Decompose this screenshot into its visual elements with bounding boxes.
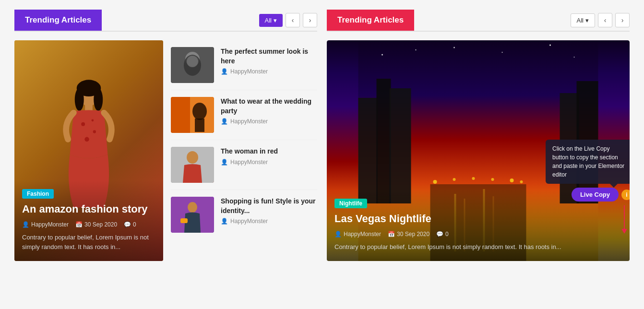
left-article-list: The perfect summer look is here 👤 HappyM… bbox=[171, 40, 317, 261]
svg-point-23 bbox=[382, 54, 383, 56]
user-icon: 👤 bbox=[334, 231, 342, 238]
left-next-button[interactable]: › bbox=[303, 13, 317, 27]
left-comments-meta: 💬 0 bbox=[124, 221, 136, 228]
left-featured-meta: 👤 HappyMonster 📅 30 Sep 2020 💬 0 bbox=[22, 221, 155, 228]
live-copy-tooltip: Click on the Live Copy button to copy th… bbox=[546, 140, 630, 184]
calendar-icon: 📅 bbox=[75, 221, 83, 228]
list-item[interactable]: The woman in red 👤 HappyMonster bbox=[171, 140, 317, 190]
arrow-indicator bbox=[621, 205, 627, 234]
svg-rect-21 bbox=[180, 218, 188, 223]
right-featured-card[interactable]: Click on the Live Copy button to copy th… bbox=[327, 40, 630, 261]
svg-point-25 bbox=[453, 47, 455, 48]
left-content-area: Fashion An amazon fashion story 👤 HappyM… bbox=[14, 40, 317, 261]
left-section-header: Trending Articles All ▾ ‹ › bbox=[14, 10, 317, 32]
left-header-controls: All ▾ ‹ › bbox=[259, 13, 317, 27]
user-icon: 👤 bbox=[221, 68, 228, 75]
right-header-controls: All ▾ ‹ › bbox=[571, 13, 630, 27]
article-thumbnail-3 bbox=[171, 147, 214, 183]
comment-icon: 💬 bbox=[436, 231, 443, 238]
right-date-meta: 📅 30 Sep 2020 bbox=[388, 231, 429, 238]
chevron-right-icon: › bbox=[621, 16, 624, 24]
article-info-1: The perfect summer look is here 👤 HappyM… bbox=[221, 47, 317, 75]
right-featured-category[interactable]: Nightlife bbox=[334, 199, 367, 208]
svg-point-43 bbox=[510, 178, 514, 182]
svg-point-8 bbox=[92, 119, 94, 121]
right-comments-meta: 💬 0 bbox=[436, 231, 449, 238]
svg-point-7 bbox=[84, 137, 89, 142]
info-icon[interactable]: i bbox=[621, 190, 630, 200]
right-prev-button[interactable]: ‹ bbox=[598, 13, 612, 27]
right-filter-dropdown[interactable]: All ▾ bbox=[571, 13, 595, 27]
list-item[interactable]: The perfect summer look is here 👤 HappyM… bbox=[171, 40, 317, 90]
left-featured-title: An amazon fashion story bbox=[22, 202, 155, 216]
article-author-4: 👤 HappyMonster bbox=[221, 218, 317, 225]
chevron-down-icon: ▾ bbox=[585, 17, 589, 24]
list-item[interactable]: Shopping is fun! Style is your identity.… bbox=[171, 190, 317, 239]
svg-point-26 bbox=[502, 52, 503, 53]
svg-rect-31 bbox=[390, 88, 411, 203]
left-trending-section: Trending Articles All ▾ ‹ › bbox=[14, 10, 317, 261]
left-featured-overlay: Fashion An amazon fashion story 👤 HappyM… bbox=[14, 180, 163, 261]
left-author-meta: 👤 HappyMonster bbox=[22, 221, 69, 228]
left-prev-button[interactable]: ‹ bbox=[286, 13, 300, 27]
user-icon: 👤 bbox=[221, 159, 228, 166]
left-filter-dropdown[interactable]: All ▾ bbox=[259, 14, 283, 27]
svg-rect-14 bbox=[171, 97, 190, 133]
svg-rect-30 bbox=[377, 79, 391, 203]
svg-point-3 bbox=[94, 88, 103, 111]
left-section-title: Trending Articles bbox=[14, 10, 102, 31]
svg-point-27 bbox=[549, 45, 551, 46]
comment-icon: 💬 bbox=[124, 221, 131, 228]
svg-point-2 bbox=[75, 88, 84, 111]
article-author-3: 👤 HappyMonster bbox=[221, 159, 317, 166]
calendar-icon: 📅 bbox=[388, 231, 395, 238]
chevron-left-icon: ‹ bbox=[604, 16, 607, 24]
left-featured-category[interactable]: Fashion bbox=[22, 189, 54, 199]
article-author-1: 👤 HappyMonster bbox=[221, 68, 317, 75]
article-title-4: Shopping is fun! Style is your identity.… bbox=[221, 197, 317, 215]
right-featured-excerpt: Contrary to popular belief, Lorem Ipsum … bbox=[334, 242, 622, 252]
chevron-right-icon: › bbox=[309, 16, 311, 24]
svg-point-20 bbox=[188, 202, 197, 213]
user-icon: 👤 bbox=[22, 221, 29, 228]
article-thumbnail-1 bbox=[171, 47, 214, 83]
svg-rect-16 bbox=[195, 119, 204, 132]
article-info-4: Shopping is fun! Style is your identity.… bbox=[221, 197, 317, 225]
right-trending-section: Trending Articles All ▾ ‹ › bbox=[327, 10, 630, 261]
article-title-2: What to wear at the wedding party bbox=[221, 97, 317, 116]
list-item[interactable]: What to wear at the wedding party 👤 Happ… bbox=[171, 90, 317, 140]
article-thumbnail-2 bbox=[171, 97, 214, 133]
right-section-title: Trending Articles bbox=[327, 10, 414, 31]
svg-point-15 bbox=[192, 103, 207, 120]
svg-point-44 bbox=[520, 180, 523, 183]
chevron-down-icon: ▾ bbox=[274, 17, 277, 24]
right-author-meta: 👤 HappyMonster bbox=[334, 231, 381, 238]
svg-point-12 bbox=[187, 56, 198, 67]
svg-point-24 bbox=[416, 49, 417, 50]
left-featured-excerpt: Contrary to popular belief, Lorem Ipsum … bbox=[22, 233, 155, 251]
article-title-3: The woman in red bbox=[221, 147, 317, 156]
right-next-button[interactable]: › bbox=[615, 13, 630, 27]
svg-point-41 bbox=[472, 177, 475, 180]
live-copy-button[interactable]: Live Copy bbox=[572, 188, 619, 202]
svg-point-5 bbox=[81, 122, 85, 126]
svg-point-18 bbox=[187, 151, 198, 164]
svg-point-39 bbox=[433, 180, 437, 184]
left-date-meta: 📅 30 Sep 2020 bbox=[75, 221, 117, 228]
left-featured-card[interactable]: Fashion An amazon fashion story 👤 HappyM… bbox=[14, 40, 163, 261]
user-icon: 👤 bbox=[221, 218, 228, 225]
article-author-2: 👤 HappyMonster bbox=[221, 118, 317, 125]
chevron-left-icon: ‹ bbox=[292, 16, 294, 24]
svg-point-40 bbox=[453, 178, 456, 181]
svg-rect-29 bbox=[358, 98, 378, 203]
article-thumbnail-4 bbox=[171, 197, 214, 233]
svg-point-6 bbox=[93, 130, 96, 133]
article-info-3: The woman in red 👤 HappyMonster bbox=[221, 147, 317, 166]
article-info-2: What to wear at the wedding party 👤 Happ… bbox=[221, 97, 317, 125]
svg-point-28 bbox=[574, 57, 575, 58]
article-title-1: The perfect summer look is here bbox=[221, 47, 317, 66]
user-icon: 👤 bbox=[221, 118, 228, 125]
live-copy-row: Live Copy i bbox=[572, 188, 630, 202]
right-section-header: Trending Articles All ▾ ‹ › bbox=[327, 10, 630, 32]
svg-point-42 bbox=[491, 178, 494, 181]
